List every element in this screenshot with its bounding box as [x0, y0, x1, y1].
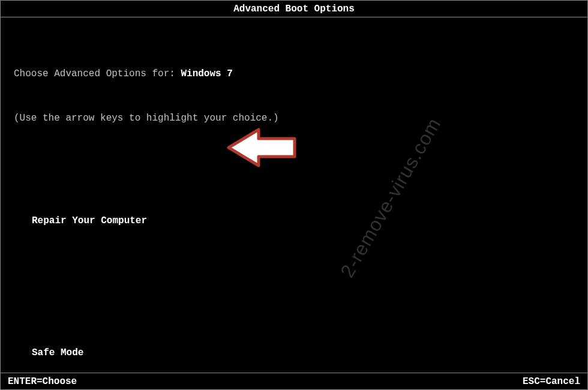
option-safe-mode[interactable]: Safe Mode — [14, 346, 574, 361]
main-content: Choose Advanced Options for: Windows 7 (… — [1, 17, 587, 390]
footer-esc: ESC=Cancel — [523, 376, 580, 387]
group-repair: Repair Your Computer — [14, 184, 574, 258]
footer-enter: ENTER=Choose — [8, 376, 77, 387]
footer-bar: ENTER=Choose ESC=Cancel — [1, 373, 587, 389]
option-repair-computer[interactable]: Repair Your Computer — [14, 214, 574, 229]
choose-line: Choose Advanced Options for: Windows 7 — [14, 67, 574, 82]
title-text: Advanced Boot Options — [233, 4, 355, 14]
arrow-hint: (Use the arrow keys to highlight your ch… — [14, 111, 574, 126]
choose-prefix: Choose Advanced Options for: — [14, 68, 181, 79]
os-name: Windows 7 — [181, 68, 232, 79]
title-bar: Advanced Boot Options — [1, 1, 587, 17]
